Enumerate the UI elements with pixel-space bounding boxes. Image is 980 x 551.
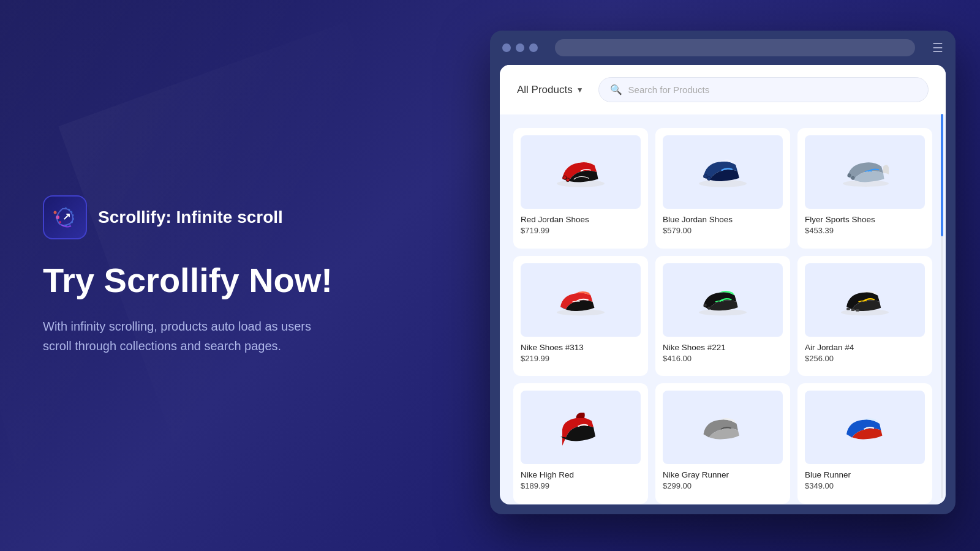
product-card-5[interactable]: Nike Shoes #221 $416.00 (655, 256, 790, 377)
left-panel: ↗ Scrollify: Infinite scroll Try Scrolli… (0, 0, 380, 551)
product-name-6: Air Jordan #4 (805, 343, 925, 352)
filter-label: All Products (517, 84, 573, 96)
product-name-2: Blue Jordan Shoes (663, 215, 783, 224)
browser-dots (502, 43, 538, 52)
dot-1 (502, 43, 511, 52)
app-icon-svg: ↗ (50, 203, 80, 232)
shop-header: All Products ▼ 🔍 Search for Products (500, 65, 946, 114)
product-card-2[interactable]: Blue Jordan Shoes $579.00 (655, 128, 790, 249)
chevron-down-icon: ▼ (576, 86, 584, 94)
product-image-7 (521, 391, 641, 464)
app-logo-row: ↗ Scrollify: Infinite scroll (43, 195, 337, 239)
product-card-6[interactable]: Air Jordan #4 $256.00 (797, 256, 932, 377)
product-card-4[interactable]: Nike Shoes #313 $219.99 (513, 256, 648, 377)
svg-point-15 (704, 303, 707, 306)
product-name-1: Red Jordan Shoes (521, 215, 641, 224)
product-card-8[interactable]: Nike Gray Runner $299.00 (655, 383, 790, 504)
dot-2 (516, 43, 524, 52)
product-image-9 (805, 391, 925, 464)
product-name-8: Nike Gray Runner (663, 470, 783, 479)
browser-content: All Products ▼ 🔍 Search for Products (500, 65, 946, 504)
product-name-3: Flyer Sports Shoes (805, 215, 925, 224)
product-price-5: $416.00 (663, 354, 783, 363)
svg-point-11 (848, 174, 851, 177)
product-image-2 (663, 135, 783, 209)
product-price-6: $256.00 (805, 354, 925, 363)
product-image-8 (663, 391, 783, 464)
browser-chrome: ☰ (490, 31, 956, 65)
product-name-4: Nike Shoes #313 (521, 343, 641, 352)
svg-point-12 (851, 176, 854, 179)
search-box[interactable]: 🔍 Search for Products (598, 77, 929, 102)
products-grid: Red Jordan Shoes $719.99 Blue J (500, 114, 946, 504)
product-price-8: $299.00 (663, 481, 783, 490)
product-price-4: $219.99 (521, 354, 641, 363)
product-card-3[interactable]: Flyer Sports Shoes $453.39 (797, 128, 932, 249)
product-price-2: $579.00 (663, 226, 783, 235)
svg-point-9 (707, 177, 711, 181)
svg-rect-19 (851, 309, 855, 311)
product-name-5: Nike Shoes #221 (663, 343, 783, 352)
dot-3 (529, 43, 538, 52)
product-image-4 (521, 263, 641, 337)
svg-point-16 (707, 306, 710, 309)
product-card-1[interactable]: Red Jordan Shoes $719.99 (513, 128, 648, 249)
scrollbar-thumb[interactable] (941, 114, 943, 236)
hamburger-icon[interactable]: ☰ (932, 42, 943, 54)
product-image-6 (805, 263, 925, 337)
filter-dropdown[interactable]: All Products ▼ (517, 84, 584, 96)
product-card-9[interactable]: Blue Runner $349.00 (797, 383, 932, 504)
svg-text:↗: ↗ (62, 211, 70, 222)
product-price-9: $349.00 (805, 481, 925, 490)
svg-point-1 (54, 211, 57, 214)
svg-rect-20 (856, 309, 859, 312)
product-price-1: $719.99 (521, 226, 641, 235)
search-icon: 🔍 (610, 84, 622, 96)
product-image-3 (805, 135, 925, 209)
app-icon: ↗ (43, 195, 87, 239)
product-image-1 (521, 135, 641, 209)
product-image-5 (663, 263, 783, 337)
app-name: Scrollify: Infinite scroll (98, 208, 283, 227)
svg-rect-18 (846, 307, 850, 310)
svg-point-8 (704, 174, 707, 178)
scrollbar-track (941, 114, 943, 498)
headline: Try Scrollify Now! (43, 261, 337, 299)
product-price-3: $453.39 (805, 226, 925, 235)
product-card-7[interactable]: Nike High Red $189.99 (513, 383, 648, 504)
product-price-7: $189.99 (521, 481, 641, 490)
svg-point-5 (563, 176, 567, 179)
svg-point-6 (566, 178, 570, 182)
product-name-7: Nike High Red (521, 470, 641, 479)
search-placeholder: Search for Products (628, 84, 710, 95)
address-bar (555, 39, 915, 56)
product-name-9: Blue Runner (805, 470, 925, 479)
description: With infinity scrolling, products auto l… (43, 317, 337, 356)
browser-window: ☰ All Products ▼ 🔍 Search for Products (490, 31, 956, 514)
